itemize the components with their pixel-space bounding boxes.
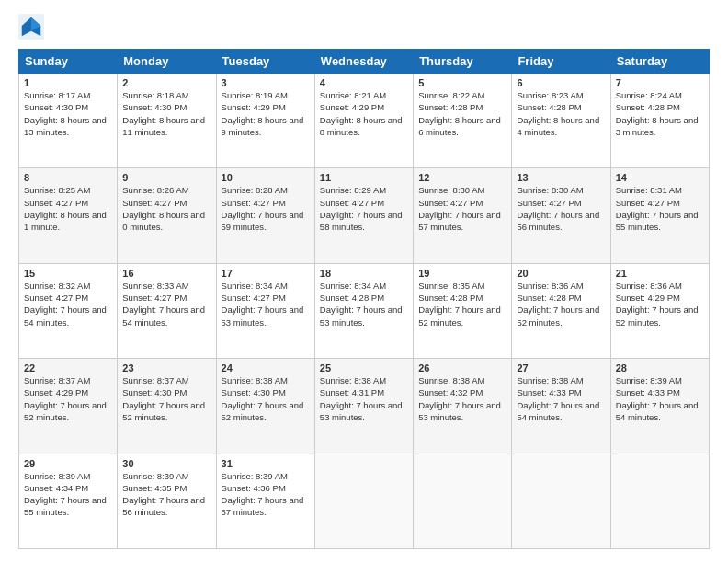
cell-content: Sunrise: 8:19 AMSunset: 4:29 PMDaylight:… <box>222 89 310 138</box>
day-number: 29 <box>24 458 112 469</box>
cell-content: Sunrise: 8:17 AMSunset: 4:30 PMDaylight:… <box>24 89 112 138</box>
daylight-text: Daylight: 7 hours and 52 minutes. <box>418 304 506 328</box>
day-number: 28 <box>616 362 704 373</box>
daylight-text: Daylight: 7 hours and 54 minutes. <box>517 399 605 424</box>
cell-content: Sunrise: 8:35 AMSunset: 4:28 PMDaylight:… <box>418 280 506 328</box>
daylight-text: Daylight: 8 hours and 3 minutes. <box>616 114 704 139</box>
sunset-text: Sunset: 4:33 PM <box>616 386 704 398</box>
sunrise-text: Sunrise: 8:30 AM <box>418 184 506 196</box>
sunset-text: Sunset: 4:30 PM <box>222 386 310 398</box>
daylight-text: Daylight: 7 hours and 54 minutes. <box>616 399 704 424</box>
cell-content: Sunrise: 8:39 AMSunset: 4:34 PMDaylight:… <box>24 470 112 519</box>
sunrise-text: Sunrise: 8:38 AM <box>222 374 310 386</box>
sunset-text: Sunset: 4:28 PM <box>418 292 506 304</box>
sunset-text: Sunset: 4:27 PM <box>517 197 605 209</box>
cell-content: Sunrise: 8:26 AMSunset: 4:27 PMDaylight:… <box>122 184 210 233</box>
sunrise-text: Sunrise: 8:38 AM <box>517 374 605 386</box>
page: SundayMondayTuesdayWednesdayThursdayFrid… <box>0 0 728 563</box>
cell-content: Sunrise: 8:39 AMSunset: 4:36 PMDaylight:… <box>222 470 310 519</box>
sunrise-text: Sunrise: 8:39 AM <box>616 374 704 386</box>
calendar-cell: 5Sunrise: 8:22 AMSunset: 4:28 PMDaylight… <box>414 74 512 168</box>
calendar-cell: 24Sunrise: 8:38 AMSunset: 4:30 PMDayligh… <box>216 359 314 454</box>
weekday-header: Monday <box>118 50 216 74</box>
cell-content: Sunrise: 8:32 AMSunset: 4:27 PMDaylight:… <box>24 280 112 328</box>
calendar-cell: 6Sunrise: 8:23 AMSunset: 4:28 PMDaylight… <box>512 74 610 168</box>
sunrise-text: Sunrise: 8:23 AM <box>517 89 605 101</box>
day-number: 3 <box>222 77 310 88</box>
calendar-cell: 26Sunrise: 8:38 AMSunset: 4:32 PMDayligh… <box>414 359 512 454</box>
day-number: 16 <box>122 268 210 279</box>
daylight-text: Daylight: 7 hours and 58 minutes. <box>320 209 408 234</box>
day-number: 6 <box>517 77 605 88</box>
calendar-cell <box>512 454 610 548</box>
daylight-text: Daylight: 7 hours and 57 minutes. <box>222 494 310 519</box>
sunset-text: Sunset: 4:30 PM <box>24 101 112 113</box>
day-number: 8 <box>24 172 112 183</box>
cell-content: Sunrise: 8:18 AMSunset: 4:30 PMDaylight:… <box>122 89 210 138</box>
sunset-text: Sunset: 4:29 PM <box>320 101 408 113</box>
cell-content: Sunrise: 8:34 AMSunset: 4:28 PMDaylight:… <box>320 280 408 328</box>
calendar-cell: 4Sunrise: 8:21 AMSunset: 4:29 PMDaylight… <box>314 74 413 168</box>
sunrise-text: Sunrise: 8:37 AM <box>24 374 112 386</box>
sunset-text: Sunset: 4:27 PM <box>24 197 112 209</box>
cell-content: Sunrise: 8:38 AMSunset: 4:33 PMDaylight:… <box>517 374 605 423</box>
daylight-text: Daylight: 7 hours and 59 minutes. <box>222 209 310 234</box>
day-number: 4 <box>320 77 408 88</box>
day-number: 10 <box>222 172 310 183</box>
sunset-text: Sunset: 4:29 PM <box>222 101 310 113</box>
calendar-cell: 2Sunrise: 8:18 AMSunset: 4:30 PMDaylight… <box>118 74 216 168</box>
daylight-text: Daylight: 7 hours and 52 minutes. <box>24 399 112 424</box>
sunrise-text: Sunrise: 8:26 AM <box>122 184 210 196</box>
calendar-cell: 19Sunrise: 8:35 AMSunset: 4:28 PMDayligh… <box>414 263 512 358</box>
day-number: 24 <box>222 362 310 373</box>
cell-content: Sunrise: 8:39 AMSunset: 4:35 PMDaylight:… <box>122 470 210 519</box>
sunset-text: Sunset: 4:27 PM <box>320 197 408 209</box>
sunset-text: Sunset: 4:27 PM <box>222 197 310 209</box>
day-number: 18 <box>320 268 408 279</box>
weekday-header: Wednesday <box>314 50 413 74</box>
sunrise-text: Sunrise: 8:39 AM <box>24 470 112 482</box>
sunrise-text: Sunrise: 8:38 AM <box>320 374 408 386</box>
calendar-cell: 10Sunrise: 8:28 AMSunset: 4:27 PMDayligh… <box>216 168 314 263</box>
sunset-text: Sunset: 4:29 PM <box>24 386 112 398</box>
sunset-text: Sunset: 4:29 PM <box>616 292 704 304</box>
cell-content: Sunrise: 8:38 AMSunset: 4:30 PMDaylight:… <box>222 374 310 423</box>
sunrise-text: Sunrise: 8:29 AM <box>320 184 408 196</box>
sunrise-text: Sunrise: 8:39 AM <box>122 470 210 482</box>
sunrise-text: Sunrise: 8:33 AM <box>122 280 210 292</box>
sunset-text: Sunset: 4:30 PM <box>122 386 210 398</box>
cell-content: Sunrise: 8:39 AMSunset: 4:33 PMDaylight:… <box>616 374 704 423</box>
day-number: 27 <box>517 362 605 373</box>
daylight-text: Daylight: 8 hours and 13 minutes. <box>24 114 112 139</box>
day-number: 26 <box>418 362 506 373</box>
sunrise-text: Sunrise: 8:38 AM <box>418 374 506 386</box>
sunset-text: Sunset: 4:27 PM <box>122 197 210 209</box>
calendar-cell: 16Sunrise: 8:33 AMSunset: 4:27 PMDayligh… <box>118 263 216 358</box>
cell-content: Sunrise: 8:36 AMSunset: 4:28 PMDaylight:… <box>517 280 605 328</box>
daylight-text: Daylight: 8 hours and 0 minutes. <box>122 209 210 234</box>
sunrise-text: Sunrise: 8:25 AM <box>24 184 112 196</box>
calendar-cell: 11Sunrise: 8:29 AMSunset: 4:27 PMDayligh… <box>314 168 413 263</box>
sunset-text: Sunset: 4:32 PM <box>418 386 506 398</box>
calendar-cell: 9Sunrise: 8:26 AMSunset: 4:27 PMDaylight… <box>118 168 216 263</box>
calendar-cell <box>414 454 512 548</box>
calendar-cell: 1Sunrise: 8:17 AMSunset: 4:30 PMDaylight… <box>19 74 118 168</box>
daylight-text: Daylight: 7 hours and 53 minutes. <box>222 304 310 328</box>
sunrise-text: Sunrise: 8:34 AM <box>320 280 408 292</box>
daylight-text: Daylight: 8 hours and 6 minutes. <box>418 114 506 139</box>
cell-content: Sunrise: 8:30 AMSunset: 4:27 PMDaylight:… <box>418 184 506 233</box>
calendar-cell: 14Sunrise: 8:31 AMSunset: 4:27 PMDayligh… <box>610 168 709 263</box>
day-number: 2 <box>122 77 210 88</box>
sunrise-text: Sunrise: 8:19 AM <box>222 89 310 101</box>
cell-content: Sunrise: 8:30 AMSunset: 4:27 PMDaylight:… <box>517 184 605 233</box>
sunset-text: Sunset: 4:35 PM <box>122 482 210 494</box>
cell-content: Sunrise: 8:23 AMSunset: 4:28 PMDaylight:… <box>517 89 605 138</box>
day-number: 15 <box>24 268 112 279</box>
cell-content: Sunrise: 8:37 AMSunset: 4:29 PMDaylight:… <box>24 374 112 423</box>
calendar-cell: 12Sunrise: 8:30 AMSunset: 4:27 PMDayligh… <box>414 168 512 263</box>
sunrise-text: Sunrise: 8:28 AM <box>222 184 310 196</box>
calendar-cell: 21Sunrise: 8:36 AMSunset: 4:29 PMDayligh… <box>610 263 709 358</box>
calendar-cell <box>610 454 709 548</box>
sunrise-text: Sunrise: 8:18 AM <box>122 89 210 101</box>
daylight-text: Daylight: 7 hours and 53 minutes. <box>418 399 506 424</box>
